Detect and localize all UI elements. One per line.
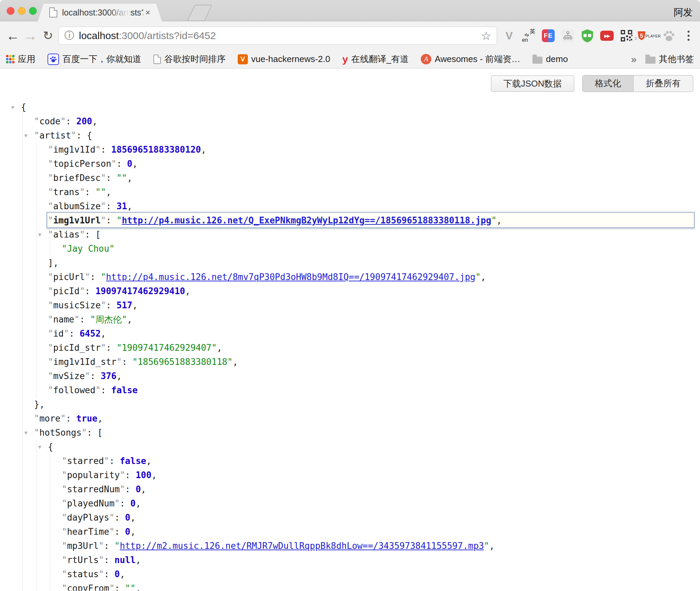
- tab-close-icon[interactable]: ×: [145, 8, 150, 17]
- collapse-all-button[interactable]: 折叠所有: [634, 75, 693, 92]
- url-text[interactable]: localhost:3000/artists?id=6452: [79, 30, 216, 41]
- format-button[interactable]: 格式化: [583, 75, 634, 92]
- colon: :: [104, 555, 114, 565]
- colon: :: [125, 470, 136, 480]
- zoom-window-button[interactable]: [29, 7, 37, 15]
- back-icon[interactable]: ←: [4, 29, 22, 42]
- close-bracket: },: [34, 399, 45, 409]
- bookmark-apps[interactable]: 应用: [6, 53, 35, 65]
- colon: :: [109, 456, 120, 466]
- download-json-button[interactable]: 下载JSON数据: [491, 75, 574, 92]
- json-key: briefDesc: [53, 173, 101, 183]
- json-string-value: "周杰伦": [90, 314, 127, 324]
- quote: ": [62, 527, 67, 537]
- json-line: ▼{: [9, 100, 700, 114]
- json-value: 0: [127, 159, 133, 169]
- json-line: "starredNum": 0,: [50, 482, 700, 496]
- translate-icon[interactable]: 英 ⇄ en: [521, 28, 536, 44]
- bookmark-google-sort[interactable]: 谷歌按时间排序: [153, 53, 226, 65]
- browser-menu-icon[interactable]: [681, 28, 696, 44]
- bookmark-vue-hackernews[interactable]: V vue-hackernews-2.0: [238, 54, 330, 64]
- minimize-window-button[interactable]: [18, 7, 26, 15]
- quote: ": [484, 541, 489, 551]
- quote: ": [60, 413, 66, 424]
- comma: ,: [127, 314, 133, 324]
- quote: ": [48, 329, 53, 339]
- json-url-link[interactable]: http://p4.music.126.net/8mv7qP30Pd3oHW8b…: [106, 272, 475, 282]
- json-key: starred: [67, 456, 104, 466]
- quote: ": [62, 541, 67, 551]
- active-tab[interactable]: localhost:3000/artists?id=645 ×: [38, 4, 162, 21]
- json-key: popularity: [67, 470, 120, 480]
- quote: ": [48, 272, 53, 282]
- new-tab-button[interactable]: [187, 5, 212, 21]
- json-line: ▼"alias": [: [36, 227, 700, 242]
- json-line: "img1v1Url": "http://p4.music.126.net/Q_…: [36, 213, 700, 227]
- bookmark-awesomes[interactable]: A Awesomes - 前端资…: [421, 53, 520, 65]
- collapse-toggle-icon[interactable]: ▼: [11, 100, 14, 115]
- json-line: "popularity": 100,: [50, 468, 700, 482]
- json-key: more: [39, 413, 61, 424]
- json-key: topicPerson: [53, 159, 111, 169]
- quote: ": [62, 583, 67, 591]
- collapse-toggle-icon[interactable]: ▼: [38, 440, 41, 454]
- qrcode-icon[interactable]: [619, 28, 634, 44]
- json-key: img1v1Id: [53, 145, 95, 155]
- profile-name[interactable]: 阿发: [674, 6, 693, 19]
- colon: :: [115, 512, 125, 523]
- comma: ,: [101, 329, 106, 339]
- quote: ": [34, 130, 39, 141]
- other-bookmarks-folder[interactable]: 其他书签: [645, 53, 694, 65]
- collapse-toggle-icon[interactable]: ▼: [24, 129, 28, 143]
- json-key: name: [53, 314, 75, 324]
- json-key: starredNum: [67, 484, 120, 494]
- quote: ": [111, 159, 117, 169]
- comma: ,: [489, 541, 495, 551]
- bookmark-baidu[interactable]: 百度一下，你就知道: [48, 53, 141, 65]
- json-line: "img1v1Id_str": "18569651883380118",: [36, 355, 700, 369]
- json-url-link[interactable]: http://p4.music.126.net/Q_ExePNkmgB2yWyL…: [122, 215, 491, 225]
- json-line: "picId": 19097417462929410,: [36, 284, 700, 298]
- json-value: 0: [130, 498, 136, 508]
- json-url-link[interactable]: http://m2.music.126.net/RMJR7wDullRqppBk…: [120, 541, 484, 551]
- json-line: },: [23, 397, 700, 411]
- json-value: 6452: [80, 329, 101, 339]
- tampermonkey-icon[interactable]: [580, 28, 595, 44]
- collapse-toggle-icon[interactable]: ▼: [38, 228, 41, 242]
- reload-icon[interactable]: ↻: [39, 30, 57, 42]
- json-line: ],: [36, 256, 700, 270]
- json-key: hearTime: [67, 527, 109, 537]
- sitemap-icon[interactable]: [560, 28, 575, 44]
- json-key: img1v1Id_str: [53, 357, 117, 367]
- comma: ,: [127, 173, 133, 183]
- json-line: "dayPlays": 0,: [50, 510, 700, 525]
- quote: ": [85, 371, 90, 381]
- fastforward-downloader-icon[interactable]: ▶▶: [600, 28, 614, 44]
- fe-extension-icon[interactable]: FE: [541, 28, 556, 44]
- bookmark-star-icon[interactable]: ☆: [481, 29, 491, 42]
- quote: ": [34, 116, 39, 126]
- site-info-icon[interactable]: ⓘ: [64, 29, 74, 42]
- comma: ,: [136, 555, 141, 565]
- folder-icon: [532, 57, 543, 64]
- paw-extension-icon[interactable]: [662, 28, 676, 44]
- vue-devtools-icon[interactable]: V: [502, 28, 517, 44]
- json-key: picId: [53, 286, 80, 296]
- colon: :: [90, 272, 100, 282]
- tab-title: localhost:3000/artists?id=645: [62, 8, 143, 18]
- comma: ,: [233, 357, 238, 367]
- json-key: picUrl: [53, 272, 85, 282]
- address-bar[interactable]: ⓘ localhost:3000/artists?id=6452 ☆: [59, 27, 497, 45]
- close-window-button[interactable]: [7, 7, 14, 15]
- comma: ,: [97, 413, 103, 424]
- json-line: "Jay Chou": [50, 242, 700, 256]
- quote: ": [85, 272, 90, 282]
- bookmark-demo-folder[interactable]: demo: [532, 54, 568, 64]
- html5-player-icon[interactable]: s 5 PLAYER: [639, 28, 657, 44]
- json-line: "status": 0,: [50, 567, 700, 581]
- json-block: "img1v1Id": 18569651883380120,"topicPers…: [36, 143, 700, 397]
- collapse-toggle-icon[interactable]: ▼: [24, 426, 28, 440]
- quote: ": [80, 286, 85, 296]
- bookmarks-overflow-icon[interactable]: »: [631, 54, 637, 65]
- bookmark-youdao-translate[interactable]: y 在线翻译_有道: [342, 53, 409, 65]
